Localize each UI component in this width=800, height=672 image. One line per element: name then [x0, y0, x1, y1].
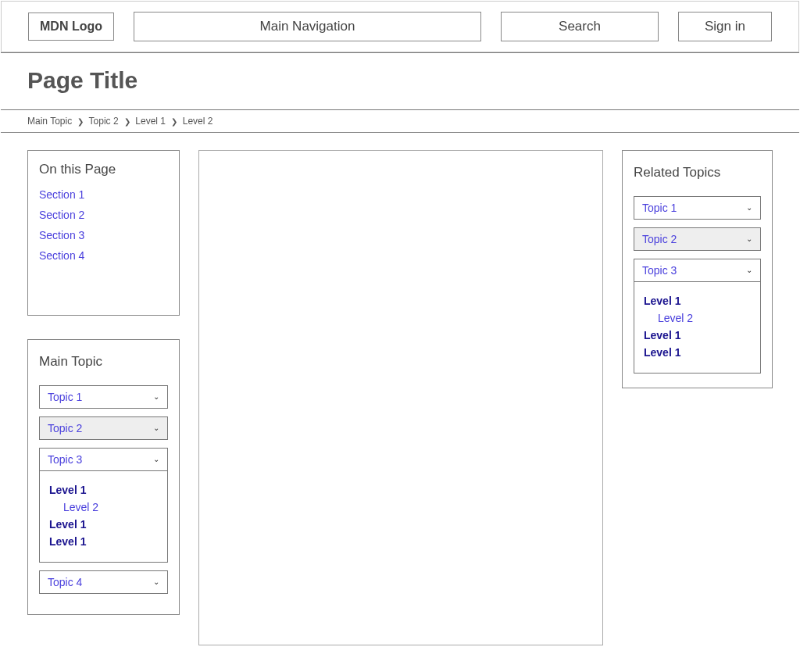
- related-topics-heading: Related Topics: [634, 165, 761, 181]
- chevron-right-icon: ❯: [77, 117, 84, 126]
- chevron-down-icon: ⌄: [746, 266, 752, 274]
- chevron-down-icon: ⌄: [153, 578, 159, 586]
- subtopic-link[interactable]: Level 1: [49, 484, 158, 496]
- breadcrumb-item[interactable]: Level 1: [135, 116, 166, 127]
- toc-link[interactable]: Section 1: [39, 188, 168, 201]
- chevron-down-icon: ⌄: [153, 456, 159, 463]
- breadcrumb-item[interactable]: Level 2: [183, 116, 213, 127]
- title-bar: Page Title: [1, 52, 799, 110]
- topic-label: Topic 3: [642, 264, 677, 277]
- chevron-down-icon: ⌄: [746, 204, 752, 212]
- subtopic-link[interactable]: Level 1: [644, 295, 751, 307]
- toc-link[interactable]: Section 2: [39, 209, 168, 221]
- topic-label: Topic 2: [48, 422, 82, 434]
- subtopic-link[interactable]: Level 2: [658, 312, 751, 324]
- breadcrumb-item[interactable]: Main Topic: [27, 116, 72, 127]
- topic-label: Topic 3: [48, 453, 82, 466]
- breadcrumb: Main Topic ❯ Topic 2 ❯ Level 1 ❯ Level 2: [1, 110, 799, 133]
- topic-dropdown[interactable]: Topic 4 ⌄: [39, 570, 168, 594]
- related-topic-dropdown-expanded[interactable]: Topic 3 ⌄: [634, 259, 761, 282]
- toc-link[interactable]: Section 4: [39, 249, 168, 262]
- content-area: [198, 150, 603, 645]
- topic-sublist: Level 1 Level 2 Level 1 Level 1: [39, 471, 168, 563]
- breadcrumb-item[interactable]: Topic 2: [89, 116, 119, 127]
- search-button[interactable]: Search: [501, 12, 659, 41]
- chevron-down-icon: ⌄: [746, 235, 752, 243]
- chevron-right-icon: ❯: [124, 117, 130, 126]
- toc-link[interactable]: Section 3: [39, 229, 168, 241]
- logo[interactable]: MDN Logo: [28, 13, 114, 41]
- related-topic-sublist: Level 1 Level 2 Level 1 Level 1: [634, 282, 761, 374]
- sign-in-button[interactable]: Sign in: [678, 12, 772, 41]
- chevron-down-icon: ⌄: [153, 393, 159, 401]
- header-bar: MDN Logo Main Navigation Search Sign in: [1, 1, 799, 52]
- topic-label: Topic 1: [48, 391, 82, 403]
- on-this-page-heading: On this Page: [39, 162, 168, 177]
- related-topic-dropdown[interactable]: Topic 1 ⌄: [634, 196, 761, 220]
- subtopic-link[interactable]: Level 1: [49, 518, 158, 531]
- main-topic-heading: Main Topic: [39, 354, 168, 370]
- chevron-right-icon: ❯: [171, 117, 177, 126]
- chevron-down-icon: ⌄: [153, 424, 159, 432]
- related-topics-panel: Related Topics Topic 1 ⌄ Topic 2 ⌄ Topic…: [622, 150, 773, 388]
- topic-label: Topic 2: [642, 233, 677, 245]
- subtopic-link[interactable]: Level 2: [63, 501, 158, 513]
- subtopic-link[interactable]: Level 1: [49, 535, 158, 548]
- topic-dropdown[interactable]: Topic 1 ⌄: [39, 385, 168, 409]
- related-topic-dropdown[interactable]: Topic 2 ⌄: [634, 227, 761, 251]
- main-topic-panel: Main Topic Topic 1 ⌄ Topic 2 ⌄ Topic 3 ⌄…: [27, 339, 180, 615]
- page-title: Page Title: [27, 67, 773, 94]
- topic-label: Topic 1: [642, 202, 677, 214]
- topic-label: Topic 4: [48, 576, 82, 588]
- topic-dropdown-expanded[interactable]: Topic 3 ⌄: [39, 448, 168, 471]
- on-this-page-panel: On this Page Section 1 Section 2 Section…: [27, 150, 180, 316]
- main-navigation[interactable]: Main Navigation: [134, 12, 481, 41]
- topic-dropdown[interactable]: Topic 2 ⌄: [39, 416, 168, 440]
- subtopic-link[interactable]: Level 1: [644, 329, 751, 341]
- subtopic-link[interactable]: Level 1: [644, 346, 751, 359]
